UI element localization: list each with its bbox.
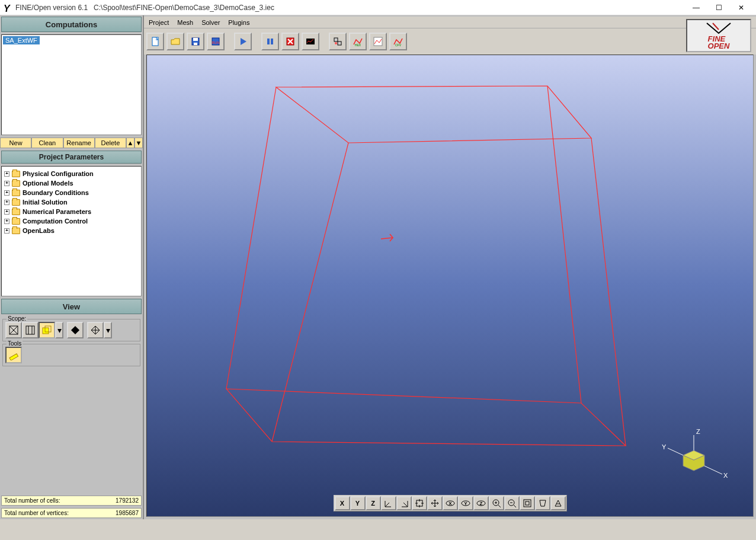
folder-icon <box>12 171 20 177</box>
axis-gizmo[interactable]: Z X Y <box>658 418 735 484</box>
save-button[interactable] <box>187 33 204 50</box>
pan-button[interactable] <box>427 496 443 510</box>
plot-button[interactable] <box>369 33 387 50</box>
rename-button[interactable]: Rename <box>63 138 95 148</box>
clip-button[interactable] <box>550 496 566 510</box>
view-iso2-button[interactable] <box>396 496 412 510</box>
svg-line-52 <box>403 503 408 507</box>
view-iso1-button[interactable] <box>381 496 396 510</box>
rotate-x-button[interactable]: X <box>443 496 458 510</box>
tree-item-openlabs[interactable]: +OpenLabs <box>3 226 140 235</box>
computations-header: Computations <box>1 17 142 32</box>
open-file-button[interactable] <box>166 33 184 50</box>
new-file-button[interactable] <box>146 33 164 50</box>
zoom-out-button[interactable] <box>504 496 520 510</box>
svg-rect-27 <box>334 38 338 41</box>
run-button[interactable] <box>234 33 252 50</box>
expand-icon[interactable]: + <box>4 200 9 205</box>
view-x-button[interactable]: X <box>335 496 350 510</box>
cfview-button[interactable]: CFV <box>389 33 407 50</box>
tree-item-optional-models[interactable]: +Optional Models <box>3 178 140 188</box>
menu-project[interactable]: Project <box>149 19 169 26</box>
monitor-button[interactable] <box>302 33 319 50</box>
up-button[interactable]: ▲ <box>126 138 134 148</box>
svg-rect-3 <box>26 326 34 334</box>
scope-btn-4[interactable] <box>67 322 84 338</box>
scope-dropdown-2[interactable]: ▾ <box>104 322 112 338</box>
expand-icon[interactable]: + <box>4 171 9 177</box>
save-run-button[interactable]: RUN <box>207 33 225 50</box>
perspective-button[interactable] <box>535 496 550 510</box>
pause-button[interactable] <box>261 33 279 50</box>
fit-button[interactable] <box>412 496 427 510</box>
tree-item-boundary-conditions[interactable]: +Boundary Conditions <box>3 188 140 197</box>
tree-item-numerical-params[interactable]: +Numerical Parameters <box>3 207 140 216</box>
scope-label: Scope: <box>7 315 27 322</box>
svg-marker-14 <box>171 39 180 44</box>
svg-text:X: X <box>449 501 452 506</box>
expand-icon[interactable]: + <box>4 181 9 186</box>
rotate-z-button[interactable]: Z <box>473 496 489 510</box>
svg-line-43 <box>668 448 683 455</box>
hexpress-button[interactable]: HEX <box>349 33 367 50</box>
delete-button[interactable]: Delete <box>95 138 126 148</box>
down-button[interactable]: ▼ <box>134 138 143 148</box>
close-button[interactable]: ✕ <box>730 1 752 14</box>
tree-item-physical-config[interactable]: +Physical Configuration <box>3 169 140 178</box>
scope-btn-3[interactable] <box>39 322 55 338</box>
tree-item-computation-control[interactable]: +Computation Control <box>3 216 140 226</box>
status-cells: Total number of cells:1792132 <box>1 496 142 506</box>
zoom-area-button[interactable] <box>520 496 535 510</box>
expand-icon[interactable]: + <box>4 219 9 224</box>
svg-rect-22 <box>271 39 273 44</box>
view-z-button[interactable]: Z <box>366 496 381 510</box>
view-y-button[interactable]: Y <box>350 496 366 510</box>
svg-rect-12 <box>9 354 18 360</box>
expand-icon[interactable]: + <box>4 190 9 196</box>
folder-icon <box>12 180 20 187</box>
folder-icon <box>12 218 20 225</box>
scope-group: Scope: ▾ ▾ <box>2 319 140 341</box>
svg-text:CFV: CFV <box>395 43 402 47</box>
svg-rect-28 <box>338 41 341 45</box>
zoom-in-button[interactable] <box>489 496 504 510</box>
new-button[interactable]: New <box>0 138 31 148</box>
menu-solver[interactable]: Solver <box>201 19 220 26</box>
rotate-y-button[interactable]: Y <box>458 496 473 510</box>
svg-rect-6 <box>43 328 49 334</box>
tree-item-initial-solution[interactable]: +Initial Solution <box>3 197 140 207</box>
stop-button[interactable] <box>281 33 299 50</box>
svg-line-42 <box>704 466 722 474</box>
svg-rect-17 <box>194 43 197 45</box>
computations-list[interactable]: SA_ExtWF <box>1 34 142 135</box>
menu-mesh[interactable]: Mesh <box>177 19 193 26</box>
svg-marker-20 <box>241 38 246 45</box>
folder-icon <box>12 190 20 196</box>
svg-marker-75 <box>540 500 546 506</box>
project-params-tree[interactable]: +Physical Configuration +Optional Models… <box>1 166 142 296</box>
scope-btn-5[interactable] <box>87 322 104 338</box>
expand-icon[interactable]: + <box>4 209 9 215</box>
folder-icon <box>12 228 20 234</box>
tools-group: Tools <box>2 344 140 366</box>
menu-plugins[interactable]: Plugins <box>228 19 249 26</box>
content-area: Project Mesh Solver Plugins RUN HEX CFV … <box>144 15 756 519</box>
scope-btn-2[interactable] <box>22 322 39 338</box>
scope-dropdown-1[interactable]: ▾ <box>55 322 63 338</box>
svg-text:Z: Z <box>696 428 700 435</box>
3d-viewport[interactable]: Z X Y X Y Z X Y Z <box>146 55 754 517</box>
minimize-button[interactable]: — <box>685 1 707 14</box>
scope-btn-1[interactable] <box>5 322 22 338</box>
measure-tool-button[interactable] <box>5 347 22 363</box>
tools-label: Tools <box>7 340 23 347</box>
expand-icon[interactable]: + <box>4 228 9 234</box>
maximize-button[interactable]: ☐ <box>707 1 730 14</box>
clean-button[interactable]: Clean <box>31 138 63 148</box>
svg-line-36 <box>547 86 581 403</box>
svg-rect-16 <box>193 38 198 41</box>
task-manager-button[interactable] <box>329 33 347 50</box>
svg-line-71 <box>514 505 516 507</box>
computation-item[interactable]: SA_ExtWF <box>3 36 40 44</box>
menu-bar: Project Mesh Solver Plugins <box>144 17 756 28</box>
svg-rect-8 <box>71 326 79 334</box>
